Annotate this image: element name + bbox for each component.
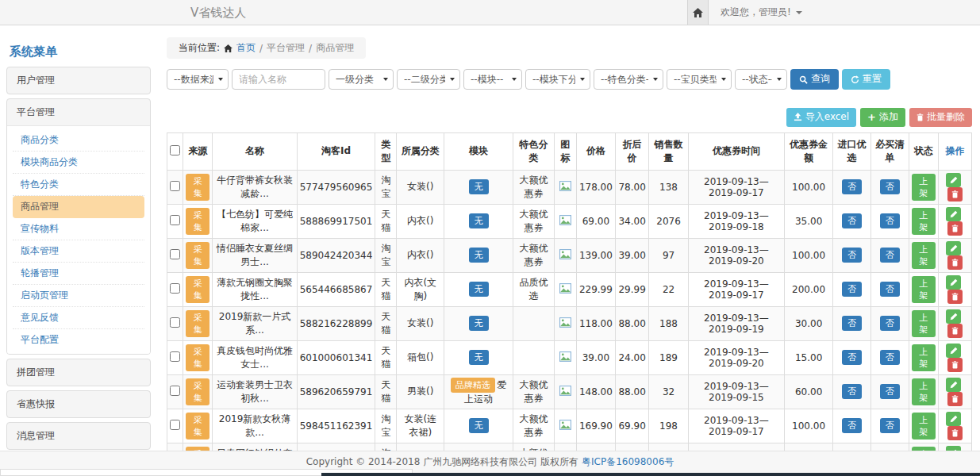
data-source-select[interactable]: --数据来源-- (167, 69, 229, 90)
edit-button[interactable] (946, 344, 961, 358)
sidebar-item[interactable]: 宣传物料 (13, 218, 144, 240)
row-checkbox[interactable] (170, 351, 180, 362)
status-button[interactable]: 上架 (912, 344, 936, 371)
row-checkbox[interactable] (170, 215, 180, 225)
edit-button[interactable] (946, 412, 961, 426)
delete-button[interactable] (947, 426, 963, 440)
import-select-toggle[interactable]: 否 (842, 248, 862, 263)
sidebar-item[interactable]: 商品管理 (13, 196, 144, 218)
icp-link[interactable]: 粤ICP备16098006号 (582, 455, 674, 469)
source-badge[interactable]: 采集 (186, 310, 209, 337)
source-badge[interactable]: 采集 (186, 344, 209, 371)
edit-button[interactable] (946, 275, 961, 290)
sidebar-item[interactable]: 平台配置 (13, 329, 144, 351)
import-select-toggle[interactable]: 否 (842, 350, 862, 365)
module-subcategory-select[interactable]: --模块下分类-- (525, 69, 590, 90)
row-checkbox[interactable] (170, 317, 180, 328)
delete-button[interactable] (947, 187, 963, 202)
module-badge[interactable]: 无 (469, 213, 489, 228)
import-select-toggle[interactable]: 否 (842, 213, 862, 228)
source-badge[interactable]: 采集 (186, 378, 209, 405)
sidebar-group-label[interactable]: 拼团管理 (7, 359, 150, 386)
home-button[interactable] (687, 0, 709, 25)
status-select[interactable]: --状态-- (735, 69, 787, 90)
module-badge[interactable]: 无 (469, 282, 489, 297)
row-checkbox[interactable] (170, 420, 180, 430)
import-select-toggle[interactable]: 否 (842, 418, 862, 433)
delete-button[interactable] (947, 290, 963, 304)
add-button[interactable]: + 添加 (860, 108, 905, 127)
module-badge[interactable]: 无 (469, 248, 489, 263)
thumbnail-icon[interactable] (559, 317, 571, 328)
edit-button[interactable] (946, 173, 961, 187)
sidebar-group-label[interactable]: 消息管理 (7, 423, 150, 449)
must-buy-toggle[interactable]: 否 (880, 282, 900, 297)
user-menu[interactable]: 欢迎您，管理员! (721, 0, 802, 25)
thumbnail-icon[interactable] (559, 249, 571, 259)
row-checkbox[interactable] (170, 386, 180, 396)
import-select-toggle[interactable]: 否 (842, 179, 862, 194)
status-button[interactable]: 上架 (912, 378, 936, 405)
must-buy-toggle[interactable]: 否 (880, 316, 900, 331)
edit-button[interactable] (946, 207, 961, 221)
source-badge[interactable]: 采集 (186, 413, 209, 440)
edit-button[interactable] (946, 241, 961, 255)
module-badge[interactable]: 无 (469, 418, 489, 433)
level1-category-select[interactable]: 一级分类 (329, 69, 394, 90)
sidebar-group-label[interactable]: 平台管理 (7, 99, 150, 126)
status-button[interactable]: 上架 (912, 242, 936, 269)
breadcrumb-home-link[interactable]: 首页 (236, 41, 256, 55)
search-button[interactable]: 查询 (790, 69, 839, 90)
item-type-select[interactable]: --宝贝类型-- (667, 69, 732, 90)
module-select[interactable]: --模块-- (463, 69, 522, 90)
select-all-checkbox[interactable] (170, 145, 180, 155)
module-badge[interactable]: 品牌精选 (451, 378, 495, 393)
sidebar-group-label[interactable]: 用户管理 (7, 67, 150, 94)
source-badge[interactable]: 采集 (186, 208, 209, 235)
must-buy-toggle[interactable]: 否 (880, 213, 900, 228)
source-badge[interactable]: 采集 (186, 242, 209, 269)
edit-button[interactable] (946, 378, 961, 392)
thumbnail-icon[interactable] (559, 181, 571, 191)
must-buy-toggle[interactable]: 否 (880, 384, 900, 399)
must-buy-toggle[interactable]: 否 (880, 350, 900, 365)
must-buy-toggle[interactable]: 否 (880, 418, 900, 433)
module-badge[interactable]: 无 (469, 316, 489, 331)
sidebar-item[interactable]: 启动页管理 (13, 285, 144, 307)
must-buy-toggle[interactable]: 否 (880, 248, 900, 263)
row-checkbox[interactable] (170, 249, 180, 259)
thumbnail-icon[interactable] (559, 420, 571, 430)
sidebar-group-label[interactable]: 省惠快报 (7, 391, 150, 417)
edit-button[interactable] (946, 309, 961, 324)
source-badge[interactable]: 采集 (186, 174, 209, 201)
thumbnail-icon[interactable] (559, 283, 571, 294)
feature-category-select[interactable]: --特色分类-- (594, 69, 663, 90)
name-search-input[interactable] (232, 69, 325, 90)
status-button[interactable]: 上架 (912, 208, 936, 235)
level2-category-select[interactable]: --二级分类-- (397, 69, 460, 90)
source-badge[interactable]: 采集 (186, 276, 209, 303)
must-buy-toggle[interactable]: 否 (880, 179, 900, 194)
thumbnail-icon[interactable] (559, 386, 571, 396)
delete-button[interactable] (947, 255, 963, 270)
import-select-toggle[interactable]: 否 (842, 384, 862, 399)
module-badge[interactable]: 无 (469, 179, 489, 194)
import-select-toggle[interactable]: 否 (842, 316, 862, 331)
import-excel-button[interactable]: 导入excel (786, 108, 856, 127)
sidebar-item[interactable]: 版本管理 (13, 240, 144, 263)
reset-button[interactable]: 重置 (842, 69, 890, 90)
row-checkbox[interactable] (170, 181, 180, 191)
batch-delete-button[interactable]: 批量删除 (909, 108, 972, 127)
row-checkbox[interactable] (170, 283, 180, 294)
delete-button[interactable] (947, 221, 963, 236)
thumbnail-icon[interactable] (559, 215, 571, 225)
status-button[interactable]: 上架 (912, 310, 936, 337)
delete-button[interactable] (947, 358, 963, 372)
module-badge[interactable]: 无 (469, 350, 489, 365)
thumbnail-icon[interactable] (559, 351, 571, 362)
delete-button[interactable] (947, 392, 963, 406)
sidebar-item[interactable]: 商品分类 (13, 129, 144, 152)
import-select-toggle[interactable]: 否 (842, 282, 862, 297)
sidebar-item[interactable]: 意见反馈 (13, 307, 144, 329)
status-button[interactable]: 上架 (912, 413, 936, 440)
